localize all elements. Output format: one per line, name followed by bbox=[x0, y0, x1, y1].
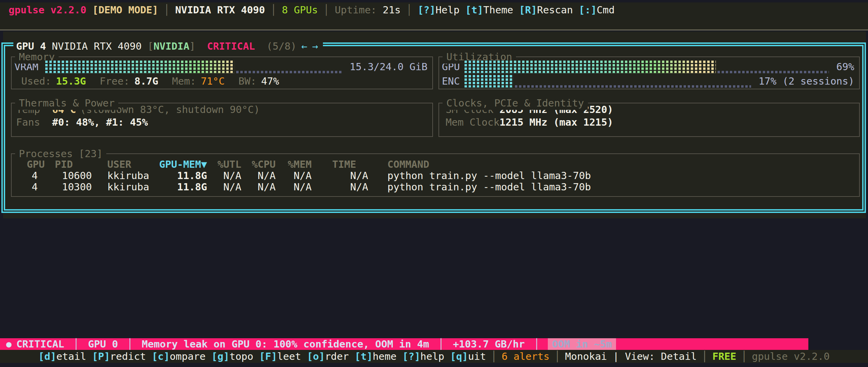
theme-key: [t] bbox=[354, 351, 372, 362]
gpu-count: 8 GPUs bbox=[282, 3, 318, 17]
compare-label: ompare bbox=[170, 351, 206, 362]
mem-clock-label: Mem Clock bbox=[446, 116, 499, 129]
prev-gpu-arrow-icon[interactable]: ← bbox=[301, 39, 307, 54]
device-name: NVIDIA RTX 4090 bbox=[175, 3, 265, 17]
fans-row: Fans #0: 48%, #1: 45% bbox=[12, 116, 432, 129]
alerts-count[interactable]: 6 alerts bbox=[502, 351, 550, 362]
mem-temp-label: Mem: bbox=[172, 75, 196, 87]
separator: │ bbox=[164, 3, 170, 17]
predict-shortcut[interactable]: [P]redict bbox=[92, 351, 146, 362]
detail-shortcut[interactable]: [d]etail bbox=[38, 351, 86, 362]
spacer bbox=[201, 39, 207, 54]
gpu-util-value: 69% bbox=[836, 61, 854, 73]
enc-util-bar bbox=[465, 75, 751, 88]
enc-util-bar-unfilled bbox=[515, 85, 751, 88]
gpu-util-row: GPU 69% bbox=[439, 60, 859, 74]
separator: │ bbox=[701, 351, 707, 362]
theme-shortcut[interactable]: [t]heme bbox=[354, 351, 396, 362]
order-shortcut[interactable]: [o]rder bbox=[307, 351, 349, 362]
col-header-mem[interactable]: %MEM bbox=[276, 159, 312, 170]
bw-value: 47% bbox=[261, 75, 279, 87]
separator: │ bbox=[491, 351, 497, 362]
help-label: help bbox=[420, 351, 444, 362]
help-shortcut[interactable]: [?]Help bbox=[418, 3, 459, 17]
cell-user: kkiruba bbox=[92, 170, 156, 181]
bw-label: BW: bbox=[238, 75, 256, 87]
cell-utl: N/A bbox=[207, 181, 241, 193]
spacer bbox=[142, 39, 147, 54]
col-header-cpu[interactable]: %CPU bbox=[241, 159, 276, 170]
next-gpu-arrow-icon[interactable]: → bbox=[312, 39, 318, 54]
free-label: Free: bbox=[100, 75, 130, 87]
predict-label: redict bbox=[110, 351, 146, 362]
separator: │ bbox=[406, 3, 412, 17]
process-row[interactable]: 4 10300 kkiruba 11.8G N/A N/A N/A N/A py… bbox=[12, 181, 859, 193]
spacer bbox=[377, 3, 383, 17]
vram-value: 15.3/24.0 GiB bbox=[350, 61, 427, 73]
cell-cpu: N/A bbox=[241, 181, 276, 193]
col-header-utl[interactable]: %UTL bbox=[207, 159, 241, 170]
processes-section-title: Processes [23] bbox=[15, 147, 106, 161]
thermals-section: Thermals & Power Temp 64°C (slowdown 83°… bbox=[11, 103, 433, 137]
topo-shortcut[interactable]: [g]topo bbox=[212, 351, 253, 362]
col-header-command[interactable]: COMMAND bbox=[368, 159, 859, 170]
help-key: [?] bbox=[402, 351, 420, 362]
cell-user: kkiruba bbox=[92, 181, 156, 193]
separator: │ bbox=[438, 338, 444, 350]
memory-section: Memory VRAM 15.3/24.0 GiB Used: 15.3G Fr… bbox=[11, 56, 433, 89]
detail-key: [d] bbox=[38, 351, 56, 362]
cell-time: N/A bbox=[312, 170, 368, 181]
status-badge: CRITICAL bbox=[207, 39, 255, 54]
cell-gpu-mem: 11.8G bbox=[156, 170, 207, 181]
vram-bar-unfilled bbox=[236, 71, 342, 73]
alert-severity: CRITICAL bbox=[16, 338, 64, 350]
app-title: gpulse v2.2.0 bbox=[9, 3, 86, 17]
compare-shortcut[interactable]: [c]ompare bbox=[152, 351, 206, 362]
fleet-shortcut[interactable]: [F]leet bbox=[259, 351, 301, 362]
vram-usage-bar bbox=[45, 61, 342, 73]
enc-util-label: ENC bbox=[442, 75, 465, 87]
gpu-util-bar-unfilled bbox=[718, 71, 829, 73]
cmd-key: [:] bbox=[579, 4, 596, 16]
alert-gpu: GPU 0 bbox=[88, 338, 118, 350]
col-header-gpu-mem-sorted[interactable]: GPU-MEM▼ bbox=[156, 159, 207, 170]
app-version: gpulse v2.2.0 bbox=[752, 351, 830, 362]
cell-command: python train.py --model llama3-70b bbox=[368, 170, 859, 181]
predict-key: [P] bbox=[92, 351, 110, 362]
rescan-shortcut[interactable]: [R]Rescan bbox=[519, 3, 573, 17]
cell-time: N/A bbox=[312, 181, 368, 193]
enc-util-value: 17% (2 sessions) bbox=[759, 75, 854, 87]
spacer bbox=[261, 39, 267, 54]
rescan-label: Rescan bbox=[537, 4, 573, 16]
separator: │ bbox=[127, 338, 133, 350]
clocks-section-title: Clocks, PCIe & Identity bbox=[443, 96, 588, 110]
help-key: [?] bbox=[418, 4, 435, 16]
process-row[interactable]: 4 10600 kkiruba 11.8G N/A N/A N/A N/A py… bbox=[12, 170, 859, 181]
quit-shortcut[interactable]: [q]uit bbox=[450, 351, 486, 362]
topo-label: topo bbox=[229, 351, 253, 362]
theme-label: heme bbox=[373, 351, 397, 362]
col-header-time[interactable]: TIME bbox=[312, 159, 368, 170]
fleet-label: leet bbox=[277, 351, 301, 362]
mem-temp-value: 71°C bbox=[201, 75, 225, 87]
mem-clock-value: 1215 MHz (max 1215) bbox=[499, 116, 613, 129]
critical-alert-bar[interactable]: ● CRITICAL │ GPU 0 │ Memory leak on GPU … bbox=[0, 338, 808, 350]
process-table-header: GPU PID USER GPU-MEM▼ %UTL %CPU %MEM TIM… bbox=[12, 159, 859, 170]
separator: │ bbox=[323, 3, 329, 17]
help-shortcut[interactable]: [?]help bbox=[402, 351, 444, 362]
demo-mode-badge: [DEMO MODE] bbox=[86, 3, 158, 17]
cell-mem: N/A bbox=[276, 170, 312, 181]
separator: │ bbox=[554, 351, 560, 362]
cmd-shortcut[interactable]: [:]Cmd bbox=[579, 3, 615, 17]
spacer bbox=[195, 39, 201, 54]
theme-shortcut[interactable]: [t]Theme bbox=[465, 3, 513, 17]
alert-rate: +103.7 GB/hr bbox=[453, 338, 525, 350]
rescan-key: [R] bbox=[519, 4, 537, 16]
vendor-bracket-open: [ bbox=[147, 39, 153, 54]
compare-key: [c] bbox=[152, 351, 170, 362]
detail-label: etail bbox=[56, 351, 86, 362]
clocks-section: Clocks, PCIe & Identity SM Clock 2085 MH… bbox=[438, 103, 860, 137]
gpu-detail-panel: GPU 4 NVIDIA RTX 4090 [ NVIDIA ] CRITICA… bbox=[1, 42, 866, 213]
cmd-label: Cmd bbox=[597, 4, 615, 16]
cell-utl: N/A bbox=[207, 170, 241, 181]
